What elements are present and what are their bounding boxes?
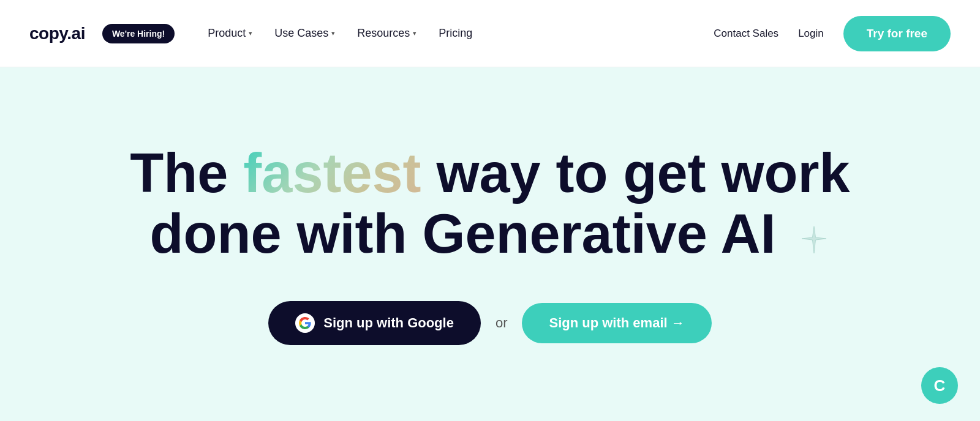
hiring-badge[interactable]: We're Hiring! bbox=[102, 24, 175, 43]
google-signup-label: Sign up with Google bbox=[323, 315, 454, 331]
nav-item-product[interactable]: Product ▾ bbox=[199, 22, 261, 45]
sparkle-icon bbox=[798, 207, 830, 267]
or-divider: or bbox=[496, 315, 508, 331]
hero-section: The fastest way to get workdone with Gen… bbox=[0, 67, 980, 421]
login-link[interactable]: Login bbox=[798, 28, 824, 40]
try-free-button[interactable]: Try for free bbox=[843, 16, 951, 51]
logo[interactable]: copy.ai bbox=[29, 24, 85, 43]
chat-bubble-button[interactable]: C bbox=[921, 367, 958, 404]
google-signup-button[interactable]: Sign up with Google bbox=[268, 301, 481, 345]
email-signup-button[interactable]: Sign up with email → bbox=[522, 303, 711, 343]
hero-title-part1: The bbox=[130, 143, 243, 204]
email-signup-label: Sign up with email → bbox=[549, 315, 684, 331]
contact-sales-link[interactable]: Contact Sales bbox=[714, 28, 778, 40]
chevron-down-icon: ▾ bbox=[249, 29, 252, 37]
chevron-down-icon: ▾ bbox=[331, 29, 335, 37]
nav-right: Contact Sales Login Try for free bbox=[714, 16, 951, 51]
navbar: copy.ai We're Hiring! Product ▾ Use Case… bbox=[0, 0, 980, 67]
nav-item-use-cases[interactable]: Use Cases ▾ bbox=[266, 22, 344, 45]
nav-item-resources[interactable]: Resources ▾ bbox=[349, 22, 425, 45]
nav-item-pricing[interactable]: Pricing bbox=[430, 22, 481, 45]
nav-links: Product ▾ Use Cases ▾ Resources ▾ Pricin… bbox=[199, 22, 714, 45]
hero-fastest-word: fastest bbox=[243, 143, 421, 204]
hero-title: The fastest way to get workdone with Gen… bbox=[130, 143, 850, 264]
google-icon bbox=[295, 313, 315, 333]
hero-buttons: Sign up with Google or Sign up with emai… bbox=[268, 301, 711, 345]
chevron-down-icon: ▾ bbox=[413, 29, 417, 37]
